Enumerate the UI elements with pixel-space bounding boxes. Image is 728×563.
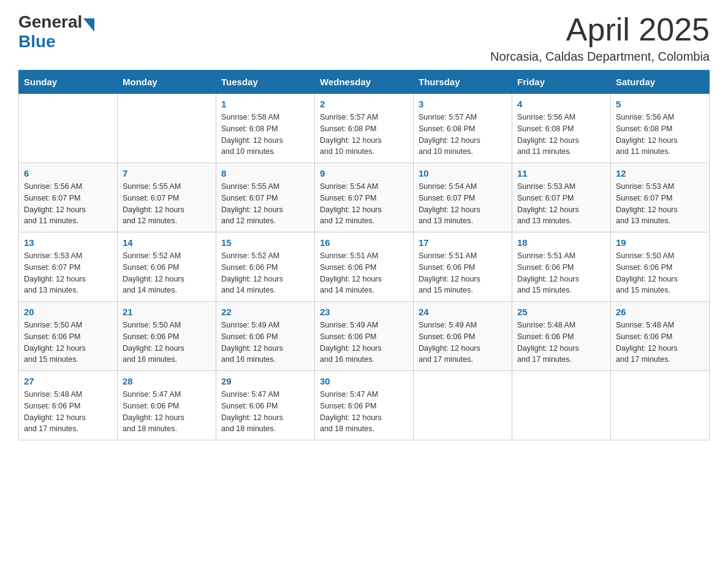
week-row-1: 1Sunrise: 5:58 AM Sunset: 6:08 PM Daylig… bbox=[19, 94, 710, 163]
day-header-row: SundayMondayTuesdayWednesdayThursdayFrid… bbox=[19, 71, 710, 94]
day-number: 23 bbox=[320, 307, 408, 317]
page-subtitle: Norcasia, Caldas Department, Colombia bbox=[490, 50, 710, 64]
day-header-saturday: Saturday bbox=[611, 71, 710, 94]
day-header-tuesday: Tuesday bbox=[216, 71, 315, 94]
calendar-cell: 5Sunrise: 5:56 AM Sunset: 6:08 PM Daylig… bbox=[611, 94, 710, 163]
calendar-header: SundayMondayTuesdayWednesdayThursdayFrid… bbox=[19, 71, 710, 94]
week-row-3: 13Sunrise: 5:53 AM Sunset: 6:07 PM Dayli… bbox=[19, 232, 710, 302]
logo-blue-text: Blue bbox=[18, 32, 56, 52]
day-detail: Sunrise: 5:50 AM Sunset: 6:06 PM Dayligh… bbox=[123, 320, 211, 366]
day-number: 27 bbox=[24, 376, 112, 386]
day-detail: Sunrise: 5:56 AM Sunset: 6:07 PM Dayligh… bbox=[24, 181, 112, 227]
calendar-cell: 14Sunrise: 5:52 AM Sunset: 6:06 PM Dayli… bbox=[118, 232, 216, 302]
calendar-cell: 6Sunrise: 5:56 AM Sunset: 6:07 PM Daylig… bbox=[19, 163, 118, 232]
calendar-cell: 7Sunrise: 5:55 AM Sunset: 6:07 PM Daylig… bbox=[118, 163, 216, 232]
day-number: 28 bbox=[123, 376, 211, 386]
day-detail: Sunrise: 5:52 AM Sunset: 6:06 PM Dayligh… bbox=[221, 250, 309, 296]
calendar-cell: 24Sunrise: 5:49 AM Sunset: 6:06 PM Dayli… bbox=[414, 302, 512, 371]
logo-arrow-icon bbox=[83, 18, 94, 32]
day-detail: Sunrise: 5:54 AM Sunset: 6:07 PM Dayligh… bbox=[419, 181, 507, 227]
day-number: 18 bbox=[517, 237, 605, 248]
day-number: 30 bbox=[320, 376, 408, 386]
day-detail: Sunrise: 5:48 AM Sunset: 6:06 PM Dayligh… bbox=[24, 389, 112, 435]
calendar-cell: 8Sunrise: 5:55 AM Sunset: 6:07 PM Daylig… bbox=[216, 163, 315, 232]
calendar-cell: 30Sunrise: 5:47 AM Sunset: 6:06 PM Dayli… bbox=[315, 371, 414, 440]
calendar-cell bbox=[512, 371, 611, 440]
day-header-monday: Monday bbox=[118, 71, 216, 94]
calendar-cell bbox=[118, 94, 216, 163]
calendar-cell: 22Sunrise: 5:49 AM Sunset: 6:06 PM Dayli… bbox=[216, 302, 315, 371]
calendar-cell: 13Sunrise: 5:53 AM Sunset: 6:07 PM Dayli… bbox=[19, 232, 118, 302]
day-detail: Sunrise: 5:48 AM Sunset: 6:06 PM Dayligh… bbox=[616, 320, 704, 366]
day-header-sunday: Sunday bbox=[19, 71, 118, 94]
day-number: 20 bbox=[24, 307, 112, 317]
day-number: 29 bbox=[221, 376, 309, 386]
calendar-cell: 10Sunrise: 5:54 AM Sunset: 6:07 PM Dayli… bbox=[414, 163, 512, 232]
day-detail: Sunrise: 5:51 AM Sunset: 6:06 PM Dayligh… bbox=[320, 250, 408, 296]
day-number: 13 bbox=[24, 237, 112, 248]
calendar-cell: 21Sunrise: 5:50 AM Sunset: 6:06 PM Dayli… bbox=[118, 302, 216, 371]
day-detail: Sunrise: 5:58 AM Sunset: 6:08 PM Dayligh… bbox=[221, 112, 309, 158]
day-number: 3 bbox=[419, 99, 507, 109]
day-detail: Sunrise: 5:53 AM Sunset: 6:07 PM Dayligh… bbox=[517, 181, 605, 227]
calendar-table: SundayMondayTuesdayWednesdayThursdayFrid… bbox=[18, 70, 710, 440]
day-number: 22 bbox=[221, 307, 309, 317]
day-number: 7 bbox=[123, 168, 211, 178]
calendar-cell: 28Sunrise: 5:47 AM Sunset: 6:06 PM Dayli… bbox=[118, 371, 216, 440]
day-number: 21 bbox=[123, 307, 211, 317]
day-number: 4 bbox=[517, 99, 605, 109]
day-header-thursday: Thursday bbox=[414, 71, 512, 94]
calendar-cell: 20Sunrise: 5:50 AM Sunset: 6:06 PM Dayli… bbox=[19, 302, 118, 371]
day-detail: Sunrise: 5:49 AM Sunset: 6:06 PM Dayligh… bbox=[221, 320, 309, 366]
calendar-cell bbox=[414, 371, 512, 440]
day-detail: Sunrise: 5:55 AM Sunset: 6:07 PM Dayligh… bbox=[221, 181, 309, 227]
week-row-4: 20Sunrise: 5:50 AM Sunset: 6:06 PM Dayli… bbox=[19, 302, 710, 371]
svg-marker-0 bbox=[83, 18, 94, 32]
day-detail: Sunrise: 5:48 AM Sunset: 6:06 PM Dayligh… bbox=[517, 320, 605, 366]
logo: General Blue bbox=[18, 12, 94, 52]
calendar-cell: 15Sunrise: 5:52 AM Sunset: 6:06 PM Dayli… bbox=[216, 232, 315, 302]
calendar-cell: 17Sunrise: 5:51 AM Sunset: 6:06 PM Dayli… bbox=[414, 232, 512, 302]
day-detail: Sunrise: 5:54 AM Sunset: 6:07 PM Dayligh… bbox=[320, 181, 408, 227]
calendar-cell: 25Sunrise: 5:48 AM Sunset: 6:06 PM Dayli… bbox=[512, 302, 611, 371]
day-detail: Sunrise: 5:50 AM Sunset: 6:06 PM Dayligh… bbox=[24, 320, 112, 366]
day-number: 16 bbox=[320, 237, 408, 248]
day-number: 25 bbox=[517, 307, 605, 317]
day-number: 12 bbox=[616, 168, 704, 178]
day-detail: Sunrise: 5:47 AM Sunset: 6:06 PM Dayligh… bbox=[221, 389, 309, 435]
day-detail: Sunrise: 5:47 AM Sunset: 6:06 PM Dayligh… bbox=[320, 389, 408, 435]
calendar-body: 1Sunrise: 5:58 AM Sunset: 6:08 PM Daylig… bbox=[19, 94, 710, 440]
week-row-5: 27Sunrise: 5:48 AM Sunset: 6:06 PM Dayli… bbox=[19, 371, 710, 440]
calendar-cell: 19Sunrise: 5:50 AM Sunset: 6:06 PM Dayli… bbox=[611, 232, 710, 302]
calendar-cell: 12Sunrise: 5:53 AM Sunset: 6:07 PM Dayli… bbox=[611, 163, 710, 232]
day-number: 11 bbox=[517, 168, 605, 178]
calendar-cell bbox=[611, 371, 710, 440]
day-detail: Sunrise: 5:56 AM Sunset: 6:08 PM Dayligh… bbox=[616, 112, 704, 158]
calendar-cell: 4Sunrise: 5:56 AM Sunset: 6:08 PM Daylig… bbox=[512, 94, 611, 163]
week-row-2: 6Sunrise: 5:56 AM Sunset: 6:07 PM Daylig… bbox=[19, 163, 710, 232]
day-detail: Sunrise: 5:53 AM Sunset: 6:07 PM Dayligh… bbox=[616, 181, 704, 227]
day-number: 17 bbox=[419, 237, 507, 248]
calendar-cell: 18Sunrise: 5:51 AM Sunset: 6:06 PM Dayli… bbox=[512, 232, 611, 302]
day-number: 10 bbox=[419, 168, 507, 178]
day-detail: Sunrise: 5:49 AM Sunset: 6:06 PM Dayligh… bbox=[419, 320, 507, 366]
day-detail: Sunrise: 5:57 AM Sunset: 6:08 PM Dayligh… bbox=[419, 112, 507, 158]
day-number: 19 bbox=[616, 237, 704, 248]
day-number: 14 bbox=[123, 237, 211, 248]
day-detail: Sunrise: 5:53 AM Sunset: 6:07 PM Dayligh… bbox=[24, 250, 112, 296]
calendar-cell: 27Sunrise: 5:48 AM Sunset: 6:06 PM Dayli… bbox=[19, 371, 118, 440]
day-number: 6 bbox=[24, 168, 112, 178]
day-detail: Sunrise: 5:49 AM Sunset: 6:06 PM Dayligh… bbox=[320, 320, 408, 366]
day-number: 1 bbox=[221, 99, 309, 109]
day-detail: Sunrise: 5:50 AM Sunset: 6:06 PM Dayligh… bbox=[616, 250, 704, 296]
calendar-cell: 29Sunrise: 5:47 AM Sunset: 6:06 PM Dayli… bbox=[216, 371, 315, 440]
day-number: 26 bbox=[616, 307, 704, 317]
day-number: 5 bbox=[616, 99, 704, 109]
day-detail: Sunrise: 5:51 AM Sunset: 6:06 PM Dayligh… bbox=[419, 250, 507, 296]
day-header-friday: Friday bbox=[512, 71, 611, 94]
calendar-cell: 23Sunrise: 5:49 AM Sunset: 6:06 PM Dayli… bbox=[315, 302, 414, 371]
day-detail: Sunrise: 5:51 AM Sunset: 6:06 PM Dayligh… bbox=[517, 250, 605, 296]
calendar-cell: 11Sunrise: 5:53 AM Sunset: 6:07 PM Dayli… bbox=[512, 163, 611, 232]
calendar-cell: 16Sunrise: 5:51 AM Sunset: 6:06 PM Dayli… bbox=[315, 232, 414, 302]
page-title: April 2025 bbox=[490, 12, 710, 47]
